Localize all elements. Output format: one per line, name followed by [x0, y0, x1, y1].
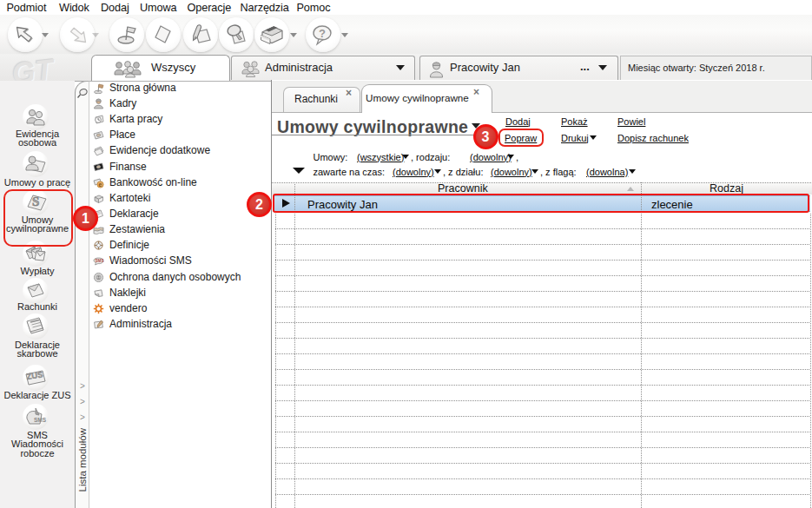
svg-text:SMS: SMS	[34, 417, 47, 423]
svg-text:e: e	[99, 181, 102, 188]
svg-text:SMS: SMS	[96, 259, 104, 263]
svg-text:?: ?	[319, 27, 326, 40]
